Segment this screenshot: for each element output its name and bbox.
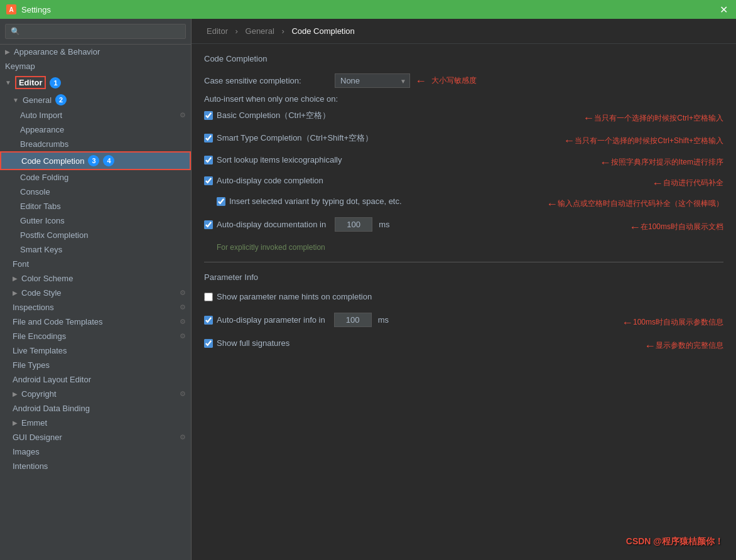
sidebar-item-gui-designer[interactable]: GUI Designer⚙	[0, 430, 191, 444]
content-area: Editor › General › Code Completion Code …	[192, 19, 736, 560]
nav-item-label: Intentions	[13, 461, 48, 471]
nav-item-label: Copyright	[21, 389, 57, 399]
nav-settings-icon: ⚙	[180, 303, 186, 311]
badge-4: 4	[103, 155, 114, 166]
sidebar-item-android-data-binding[interactable]: Android Data Binding	[0, 401, 191, 416]
smart-completion-checkbox[interactable]	[204, 134, 213, 143]
auto-param-row: Auto-display parameter info in ms ← 100m…	[204, 313, 723, 332]
nav-arrow-icon: ▶	[5, 48, 10, 55]
nav-settings-icon: ⚙	[180, 433, 186, 441]
breadcrumb-general[interactable]: General	[246, 26, 274, 36]
nav-item-label: General	[23, 95, 51, 105]
sidebar-item-editor-tabs[interactable]: Editor Tabs	[0, 199, 191, 213]
editor-label: Editor	[15, 76, 46, 89]
search-input[interactable]	[5, 24, 186, 39]
close-button[interactable]: ✕	[717, 3, 730, 16]
insert-selected-checkbox[interactable]	[217, 197, 225, 206]
sort-lookup-checkbox[interactable]	[204, 156, 213, 164]
arrow-sort: ←	[600, 157, 611, 168]
badge-1: 1	[50, 77, 61, 89]
nav-item-label: GUI Designer	[13, 433, 62, 442]
sidebar-item-font[interactable]: Font	[0, 257, 191, 271]
window-title: Settings	[21, 5, 51, 14]
nav-arrow-icon: ▶	[13, 275, 18, 282]
nav-list: ▶Appearance & BehaviorKeymap▼Editor1▼Gen…	[0, 45, 191, 473]
arrow-sig: ←	[644, 340, 656, 352]
sidebar-item-breadcrumbs[interactable]: Breadcrumbs	[0, 137, 191, 151]
watermark: CSDN @程序猿桔颜你！	[626, 536, 723, 547]
sidebar-item-smart-keys[interactable]: Smart Keys	[0, 242, 191, 257]
nav-item-label: Images	[13, 447, 40, 456]
sidebar-item-console[interactable]: Console	[0, 185, 191, 199]
sidebar-item-postfix-completion[interactable]: Postfix Completion	[0, 228, 191, 242]
sidebar-item-code-folding[interactable]: Code Folding	[0, 170, 191, 185]
show-param-label: Show parameter name hints on completion	[217, 292, 372, 301]
case-dropdown-wrapper: NoneFirst letterAll letters ▼	[335, 73, 410, 88]
sidebar-item-file-types[interactable]: File Types	[0, 358, 191, 372]
nav-item-label: Emmet	[21, 418, 47, 428]
sidebar-item-code-style[interactable]: ▶Code Style⚙	[0, 286, 191, 300]
nav-settings-icon: ⚙	[180, 332, 186, 340]
sidebar-item-general[interactable]: ▼General2	[0, 92, 191, 108]
sidebar-item-code-completion[interactable]: Code Completion34	[0, 151, 191, 170]
breadcrumb-editor[interactable]: Editor	[207, 26, 228, 36]
breadcrumb: Editor › General › Code Completion	[192, 19, 736, 44]
auto-param-label: Auto-display parameter info in	[217, 315, 325, 325]
sidebar-item-appearance-behavior[interactable]: ▶Appearance & Behavior	[0, 45, 191, 59]
sidebar-item-emmet[interactable]: ▶Emmet	[0, 416, 191, 430]
auto-display-checkbox[interactable]	[204, 176, 213, 185]
explicit-hint: For explicitly invoked completion	[217, 243, 723, 252]
sidebar-item-inspections[interactable]: Inspections⚙	[0, 300, 191, 315]
sidebar-item-editor[interactable]: ▼Editor1	[0, 73, 191, 92]
auto-display-row: Auto-display code completion ← 自动进行代码补全	[204, 176, 723, 190]
sidebar-item-color-scheme[interactable]: ▶Color Scheme	[0, 271, 191, 286]
annotation-auto: 自动进行代码补全	[663, 178, 723, 188]
full-sig-checkbox[interactable]	[204, 339, 213, 348]
nav-item-label: Smart Keys	[20, 245, 62, 254]
sidebar-item-gutter-icons[interactable]: Gutter Icons	[0, 213, 191, 228]
annotation-smart: 当只有一个选择的时候按Ctrl+Shift+空格输入	[575, 136, 723, 146]
annotation-param: 100ms时自动展示参数信息	[633, 317, 723, 328]
section-divider	[204, 262, 723, 262]
sort-lookup-check-row: Sort lookup items lexicographically	[204, 155, 600, 164]
sidebar-item-auto-import[interactable]: Auto Import⚙	[0, 108, 191, 122]
sidebar-item-appearance[interactable]: Appearance	[0, 122, 191, 137]
sidebar-item-keymap[interactable]: Keymap	[0, 59, 191, 73]
auto-doc-label: Auto-display documentation in	[217, 220, 326, 229]
nav-arrow-icon: ▶	[13, 419, 18, 426]
arrow-insert: ←	[546, 198, 558, 210]
basic-completion-checkbox[interactable]	[204, 111, 213, 120]
auto-doc-checkbox[interactable]	[204, 220, 213, 229]
sidebar: ▶Appearance & BehaviorKeymap▼Editor1▼Gen…	[0, 19, 192, 560]
auto-param-checkbox[interactable]	[204, 316, 213, 325]
nav-item-label: Inspections	[13, 303, 54, 312]
smart-completion-label: Smart Type Completion（Ctrl+Shift+空格）	[217, 132, 373, 144]
param-info-title: Parameter Info	[204, 272, 723, 282]
sidebar-item-file-code-templates[interactable]: File and Code Templates⚙	[0, 315, 191, 329]
nav-item-label: Code Folding	[20, 173, 68, 182]
sidebar-item-intentions[interactable]: Intentions	[0, 459, 191, 473]
nav-item-label: Color Scheme	[21, 274, 73, 283]
nav-item-label: Android Data Binding	[13, 404, 90, 413]
sidebar-item-copyright[interactable]: ▶Copyright⚙	[0, 387, 191, 401]
full-sig-label: Show full signatures	[217, 338, 290, 348]
auto-doc-input[interactable]	[335, 217, 372, 232]
auto-param-input[interactable]	[334, 313, 372, 327]
sidebar-item-live-templates[interactable]: Live Templates	[0, 343, 191, 358]
auto-display-label: Auto-display code completion	[217, 176, 323, 185]
case-dropdown[interactable]: NoneFirst letterAll letters	[335, 73, 410, 88]
sidebar-item-images[interactable]: Images	[0, 444, 191, 459]
full-sig-row: Show full signatures ← 显示参数的完整信息	[204, 338, 723, 353]
show-param-checkbox[interactable]	[204, 293, 213, 301]
sidebar-item-android-layout-editor[interactable]: Android Layout Editor	[0, 372, 191, 387]
breadcrumb-current: Code Completion	[291, 26, 354, 36]
nav-arrow-icon: ▼	[13, 97, 19, 104]
auto-doc-ms: ms	[379, 220, 389, 229]
section-title: Code Completion	[204, 54, 723, 63]
show-param-hints-row: Show parameter name hints on completion	[204, 292, 723, 306]
nav-item-label: Android Layout Editor	[13, 375, 91, 384]
nav-item-label: File Types	[13, 360, 50, 370]
nav-item-label: Code Style	[21, 288, 62, 298]
sort-lookup-label: Sort lookup items lexicographically	[217, 155, 342, 164]
sidebar-item-file-encodings[interactable]: File Encodings⚙	[0, 329, 191, 343]
